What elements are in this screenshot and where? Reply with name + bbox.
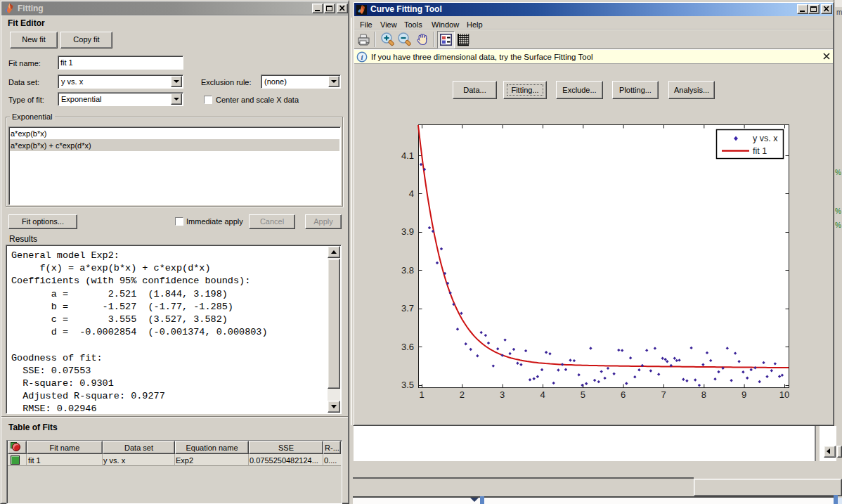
svg-text:7: 7 xyxy=(661,389,666,400)
svg-text:3.7: 3.7 xyxy=(401,303,414,314)
svg-text:8: 8 xyxy=(701,389,706,400)
svg-text:4.1: 4.1 xyxy=(401,150,414,161)
svg-text:6: 6 xyxy=(621,389,626,400)
svg-text:10: 10 xyxy=(779,389,789,400)
svg-text:5: 5 xyxy=(581,389,585,400)
svg-text:fit 1: fit 1 xyxy=(753,146,767,156)
svg-text:4: 4 xyxy=(409,188,414,199)
svg-text:3.5: 3.5 xyxy=(401,380,414,390)
svg-text:2: 2 xyxy=(460,389,465,400)
svg-text:y vs. x: y vs. x xyxy=(753,134,778,143)
svg-text:3.8: 3.8 xyxy=(401,265,414,276)
svg-text:3.6: 3.6 xyxy=(401,342,414,352)
svg-text:3: 3 xyxy=(500,389,505,400)
svg-text:9: 9 xyxy=(741,389,746,400)
svg-text:4: 4 xyxy=(540,389,545,400)
svg-text:1: 1 xyxy=(419,389,424,400)
svg-text:3.9: 3.9 xyxy=(401,226,414,237)
